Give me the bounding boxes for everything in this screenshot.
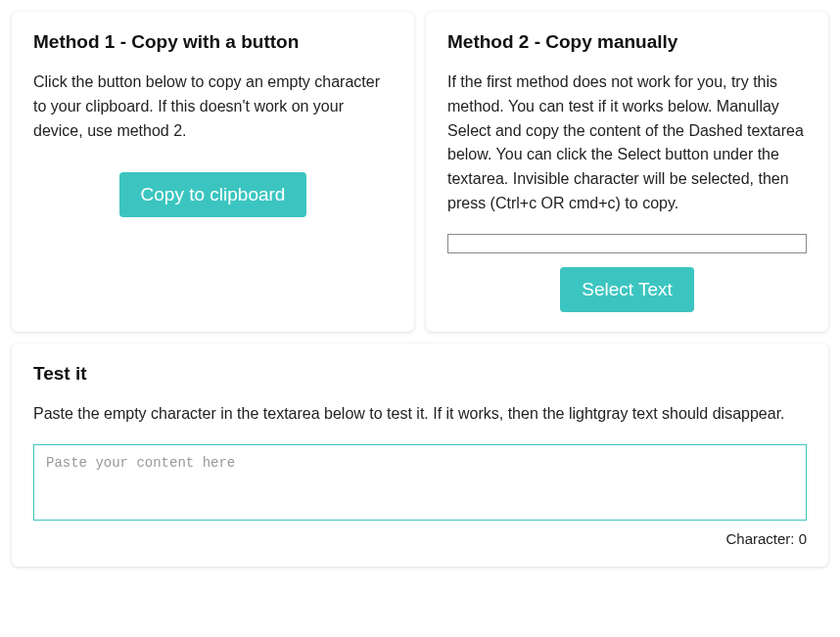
test-title: Test it (33, 363, 807, 385)
test-textarea[interactable] (33, 444, 807, 521)
character-counter: Character: 0 (33, 530, 807, 547)
invisible-char-input[interactable] (447, 234, 807, 253)
character-counter-value: 0 (799, 530, 807, 547)
test-description: Paste the empty character in the textare… (33, 402, 807, 427)
select-text-button[interactable]: Select Text (560, 267, 694, 312)
test-card: Test it Paste the empty character in the… (12, 343, 828, 567)
method2-title: Method 2 - Copy manually (447, 31, 807, 53)
method1-title: Method 1 - Copy with a button (33, 31, 393, 53)
method2-card: Method 2 - Copy manually If the first me… (426, 12, 828, 332)
method2-description: If the first method does not work for yo… (447, 70, 807, 216)
copy-to-clipboard-button[interactable]: Copy to clipboard (119, 172, 307, 217)
method1-description: Click the button below to copy an empty … (33, 70, 393, 143)
method1-card: Method 1 - Copy with a button Click the … (12, 12, 414, 332)
character-counter-label: Character: (725, 530, 794, 547)
